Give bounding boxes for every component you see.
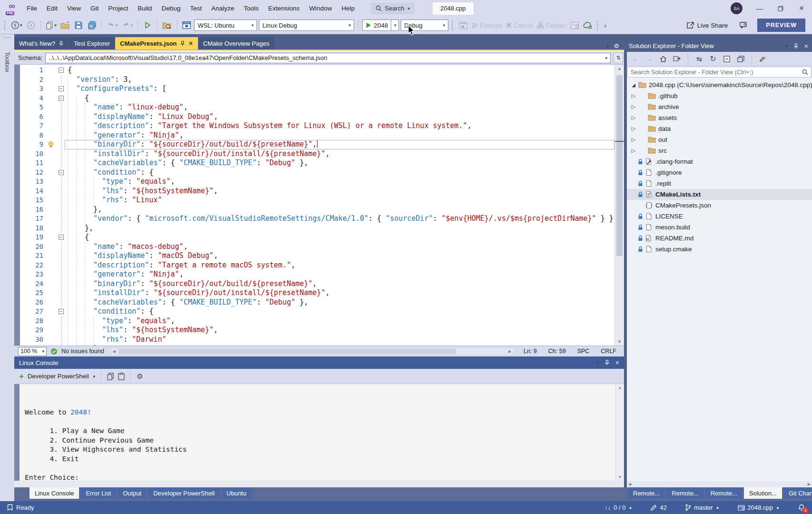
tree-item-github[interactable]: ▷.github xyxy=(627,90,812,101)
code-line-2[interactable]: 2"version": 3, xyxy=(20,75,614,85)
tab-test-explorer[interactable]: Test Explorer xyxy=(69,37,115,49)
scroll-down-icon[interactable]: ▼ xyxy=(618,475,622,479)
fold-margin[interactable] xyxy=(57,261,65,270)
menu-file[interactable]: File xyxy=(22,0,42,17)
fold-collapse-icon[interactable]: − xyxy=(59,86,64,91)
code-line-28[interactable]: 28"type": "equals", xyxy=(20,316,614,326)
right-tab-remote[interactable]: Remote... xyxy=(666,487,703,499)
toolbar-grip[interactable] xyxy=(452,20,454,30)
code-line-22[interactable]: 22"description": "Target a remote macOS … xyxy=(20,261,614,270)
scroll-right-icon[interactable]: ▶ xyxy=(808,482,811,486)
code-line-26[interactable]: 26"cacheVariables": { "CMAKE_BUILD_TYPE"… xyxy=(20,298,614,307)
code-line-19[interactable]: 19−{ xyxy=(20,233,614,242)
code-line-16[interactable]: 16}, xyxy=(20,205,614,215)
right-tab-remote[interactable]: Remote... xyxy=(628,487,665,499)
tree-item-gitignore[interactable]: .gitignore xyxy=(627,167,812,178)
line-ending-indicator[interactable]: CRLF xyxy=(597,348,620,355)
fold-margin[interactable] xyxy=(57,112,65,122)
find-in-files-button[interactable] xyxy=(161,19,173,31)
toolbar-grip[interactable] xyxy=(597,20,599,30)
code-line-12[interactable]: 12−"condition": { xyxy=(20,168,614,178)
code-line-5[interactable]: 5"name": "linux-debug", xyxy=(20,103,614,112)
pin-icon[interactable] xyxy=(180,41,185,46)
window-position-chevron-icon[interactable]: ▾ xyxy=(785,44,788,49)
menu-git[interactable]: Git xyxy=(86,0,103,17)
code-line-25[interactable]: 25"installDir": "${sourceDir}/out/instal… xyxy=(20,288,614,298)
code-line-8[interactable]: 8"generator": "Ninja", xyxy=(20,131,614,140)
fold-margin[interactable] xyxy=(57,298,65,307)
live-share-button[interactable]: Live Share xyxy=(685,19,729,31)
configure-preset-combo[interactable]: Linux Debug▾ xyxy=(259,20,354,31)
tab-what-s-new[interactable]: What's New? xyxy=(14,37,69,49)
fold-margin[interactable] xyxy=(57,335,65,345)
panel-title-bar[interactable]: Solution Explorer - Folder View ▾ × xyxy=(627,40,812,52)
home-icon[interactable] xyxy=(658,54,668,64)
fold-collapse-icon[interactable]: − xyxy=(59,235,64,240)
code-line-13[interactable]: 13"type": "equals", xyxy=(20,177,614,187)
execute-button[interactable]: Execute xyxy=(471,19,503,31)
fold-margin[interactable] xyxy=(57,158,65,168)
fold-margin[interactable] xyxy=(57,288,65,298)
minimize-button[interactable]: — xyxy=(749,0,770,17)
tree-item-clang-format[interactable]: .clang-format xyxy=(627,156,812,167)
tree-item-data[interactable]: ▷data xyxy=(627,123,812,134)
scroll-down-icon[interactable]: ▼ xyxy=(615,338,624,346)
back-icon[interactable]: ← xyxy=(631,54,640,64)
tab-cmake-overview-pages[interactable]: CMake Overview Pages xyxy=(198,37,274,49)
fold-margin[interactable] xyxy=(57,187,65,196)
collapsed-triangle-icon[interactable]: ▷ xyxy=(630,148,637,154)
preview-selected-items-icon[interactable] xyxy=(758,54,768,64)
collapsed-triangle-icon[interactable]: ▷ xyxy=(630,93,637,99)
git-branch-status[interactable]: master ▲ xyxy=(685,504,720,511)
code-line-15[interactable]: 15"rhs": "Linux" xyxy=(20,196,614,205)
tree-root-row[interactable]: ◢ 2048.cpp (C:\Users\sinemakinci\Source\… xyxy=(627,79,812,90)
right-tab-git-chan[interactable]: Git Chan... xyxy=(783,487,812,499)
column-indicator[interactable]: Ch: 59 xyxy=(545,348,570,355)
fold-margin[interactable] xyxy=(57,270,65,279)
new-file-button[interactable]: ▾ xyxy=(45,19,58,31)
code-line-10[interactable]: 10"installDir": "${sourceDir}/out/instal… xyxy=(20,149,614,159)
editor-horizontal-scrollbar[interactable]: ◀ ▶ xyxy=(111,348,513,355)
scroll-left-icon[interactable]: ◀ xyxy=(111,349,118,354)
fold-margin[interactable] xyxy=(57,242,65,252)
open-folder-button[interactable] xyxy=(59,19,71,31)
right-tab-solution[interactable]: Solution... xyxy=(744,487,782,499)
bottom-tab-output[interactable]: Output xyxy=(118,487,147,499)
save-all-button[interactable] xyxy=(86,19,98,31)
solution-horizontal-scrollbar[interactable]: ◀ ▶ xyxy=(627,481,812,487)
fold-margin[interactable] xyxy=(57,121,65,131)
fold-margin[interactable] xyxy=(57,196,65,205)
notifications-bell[interactable]: 1 xyxy=(798,504,805,512)
tree-item-license[interactable]: LICENSE xyxy=(627,211,812,222)
menu-extensions[interactable]: Extensions xyxy=(264,0,305,17)
menu-view[interactable]: View xyxy=(62,0,86,17)
start-debugging-button[interactable]: 2048 ▾ xyxy=(362,20,399,31)
switch-views-icon[interactable] xyxy=(672,54,682,64)
scroll-up-icon[interactable]: ▲ xyxy=(615,65,624,72)
scroll-left-icon[interactable]: ◀ xyxy=(628,482,631,486)
menu-debug[interactable]: Debug xyxy=(157,0,185,17)
avatar[interactable]: SA xyxy=(731,2,743,14)
fold-margin[interactable] xyxy=(57,326,65,335)
tab-cmakepresets-json[interactable]: CMakePresets.json✕ xyxy=(115,37,198,49)
code-line-29[interactable]: 29"lhs": "${hostSystemName}", xyxy=(20,326,614,335)
scrollbar-thumb[interactable] xyxy=(119,349,456,354)
collapsed-triangle-icon[interactable]: ▷ xyxy=(630,126,637,132)
chevron-down-icon[interactable]: ▾ xyxy=(93,374,96,379)
collapsed-triangle-icon[interactable]: ▷ xyxy=(630,137,637,143)
target-system-combo[interactable]: WSL: Ubuntu▾ xyxy=(194,20,257,31)
refresh-icon[interactable]: ↻ xyxy=(708,54,718,64)
tree-item-cmakepresets-json[interactable]: { }CMakePresets.json xyxy=(627,200,812,211)
feedback-button[interactable] xyxy=(737,19,749,31)
fold-margin[interactable] xyxy=(57,214,65,224)
tree-item-cmakelists-txt[interactable]: CMakeLists.txt xyxy=(627,189,812,200)
tree-item-src[interactable]: ▷src xyxy=(627,145,812,156)
code-line-30[interactable]: 30"rhs": "Darwin" xyxy=(20,335,614,345)
fold-margin[interactable] xyxy=(57,75,65,85)
tree-item-setup-cmake[interactable]: setup.cmake xyxy=(627,244,812,255)
undo-button[interactable]: ▾ xyxy=(106,19,119,31)
code-line-21[interactable]: 21"displayName": "macOS Debug", xyxy=(20,251,614,261)
fold-margin[interactable]: − xyxy=(57,94,65,103)
code-line-14[interactable]: 14"lhs": "${hostSystemName}", xyxy=(20,187,614,196)
preview-badge-button[interactable]: PREVIEW xyxy=(757,19,805,32)
